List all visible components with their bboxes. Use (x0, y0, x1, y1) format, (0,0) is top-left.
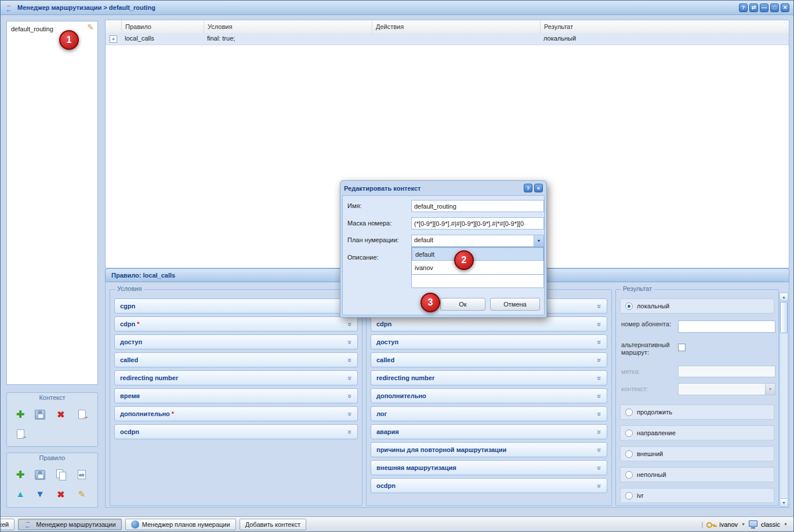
ok-button[interactable]: Ок (440, 298, 485, 311)
chevron-expand-icon[interactable]: » (595, 393, 604, 398)
taskbar-add-context-button[interactable]: Добавить контекст (240, 519, 306, 530)
radio-icon[interactable] (625, 450, 633, 458)
column-conditions[interactable]: Условия (204, 20, 372, 33)
radio-icon[interactable] (625, 303, 633, 310)
result-option-ivr[interactable]: ivr (620, 488, 774, 503)
scroll-up-icon[interactable]: ▲ (780, 293, 788, 301)
dialog-close-button[interactable]: × (534, 184, 543, 192)
taskbar-routing-manager-button[interactable]: Менеджер маршрутизации (18, 519, 121, 530)
action-panel-rerouting-causes[interactable]: причины для повторной маршрутизации» (371, 442, 607, 457)
radio-icon[interactable] (625, 429, 633, 437)
context-export-button[interactable] (74, 407, 89, 422)
chevron-expand-icon[interactable]: » (346, 429, 354, 433)
rule-add-button[interactable]: ✚ (13, 467, 28, 482)
context-add-button[interactable]: ✚ (13, 407, 28, 422)
radio-icon[interactable] (625, 492, 633, 500)
chevron-expand-icon[interactable]: » (595, 376, 604, 380)
context-list-item[interactable]: default_routing (11, 25, 53, 32)
chevron-expand-icon[interactable]: » (595, 429, 604, 433)
dialog-help-button[interactable]: ? (524, 184, 532, 192)
alternative-route-checkbox[interactable] (678, 344, 686, 351)
name-input[interactable] (411, 200, 544, 212)
condition-panel-cgpn[interactable]: cgpn» (114, 298, 358, 314)
user-menu[interactable]: ivanov (719, 521, 738, 528)
column-rule[interactable]: Правило (122, 20, 204, 33)
chevron-expand-icon[interactable]: » (346, 393, 354, 398)
dropdown-option-default[interactable]: default (412, 247, 543, 261)
chevron-expand-icon[interactable]: » (595, 483, 604, 487)
close-button[interactable]: ✕ (781, 3, 789, 12)
condition-panel-additional[interactable]: дополнительно*» (114, 406, 358, 421)
action-panel-ocdpn[interactable]: ocdpn» (371, 478, 607, 493)
chevron-expand-icon[interactable]: » (595, 322, 604, 326)
action-panel-called[interactable]: called» (371, 352, 607, 367)
action-panel-access[interactable]: доступ» (371, 334, 607, 349)
mask-input[interactable] (411, 217, 544, 229)
context-save-button[interactable] (32, 407, 48, 422)
chevron-expand-icon[interactable]: » (346, 358, 354, 362)
result-option-local[interactable]: локальный (620, 298, 774, 314)
chevron-expand-icon[interactable]: » (595, 447, 604, 451)
chevron-down-icon[interactable]: ▼ (534, 235, 543, 246)
chevron-expand-icon[interactable]: » (346, 376, 354, 380)
chevron-expand-icon[interactable]: » (595, 411, 604, 416)
context-import-button[interactable] (13, 427, 28, 442)
row-expand-icon[interactable]: + (110, 35, 117, 43)
help-button[interactable]: ? (739, 3, 748, 12)
condition-panel-called[interactable]: called» (114, 352, 358, 367)
action-panel-cdpn[interactable]: cdpn» (371, 316, 607, 331)
action-panel-redirecting[interactable]: redirecting number» (371, 370, 607, 385)
chevron-expand-icon[interactable]: » (595, 465, 604, 469)
rule-save-button[interactable] (32, 467, 48, 482)
chevron-expand-icon[interactable]: » (346, 322, 354, 326)
action-panel-external-routing[interactable]: внешняя маршрутизация» (371, 460, 607, 475)
numbering-plan-select[interactable]: default ▼ (411, 235, 544, 247)
scrollbar-thumb[interactable] (780, 302, 788, 333)
chevron-expand-icon[interactable]: » (346, 340, 354, 344)
rule-rename-button[interactable] (74, 467, 89, 482)
chevron-down-icon[interactable]: ▼ (784, 522, 788, 526)
rule-move-up-button[interactable]: ▲ (13, 487, 28, 502)
rule-edit-button[interactable]: ✎ (74, 487, 89, 502)
radio-icon[interactable] (625, 409, 633, 416)
column-result[interactable]: Результат (541, 20, 789, 33)
condition-panel-redirecting[interactable]: redirecting number» (114, 370, 358, 385)
dropdown-option-ivanov[interactable]: ivanov (412, 261, 543, 274)
taskbar-numbering-plans-button[interactable]: Менеджер планов нумерации (125, 519, 236, 530)
chevron-expand-icon[interactable]: » (595, 340, 604, 344)
action-panel-additional[interactable]: дополнительно» (371, 388, 607, 403)
action-panel-log[interactable]: лог» (371, 406, 607, 421)
chevron-down-icon[interactable]: ▼ (741, 522, 745, 526)
chevron-expand-icon[interactable]: » (595, 304, 604, 308)
edit-pencil-icon[interactable]: ✎ (87, 23, 94, 32)
scroll-down-icon[interactable]: ▼ (780, 498, 788, 507)
column-actions[interactable]: Действия (372, 20, 541, 33)
minimize-button[interactable]: — (760, 3, 768, 12)
condition-panel-access[interactable]: доступ» (114, 334, 358, 349)
cancel-button[interactable]: Отмена (490, 298, 540, 311)
context-select-value (679, 384, 765, 395)
chevron-expand-icon[interactable]: » (595, 358, 604, 362)
taskbar-cut-button[interactable]: иджей (0, 519, 14, 530)
refresh-button[interactable]: ⇄ (749, 3, 758, 12)
maximize-button[interactable]: □ (770, 3, 779, 12)
subscriber-number-input[interactable] (678, 320, 775, 333)
result-option-external[interactable]: внешний (620, 446, 774, 461)
context-delete-button[interactable]: ✖ (53, 407, 68, 422)
rule-move-down-button[interactable]: ▼ (32, 487, 48, 502)
result-option-continue[interactable]: продолжить (620, 405, 774, 420)
chevron-expand-icon[interactable]: » (346, 411, 354, 416)
theme-select[interactable]: classic (761, 521, 780, 528)
condition-panel-ocdpn[interactable]: ocdpn» (114, 424, 358, 439)
radio-icon[interactable] (625, 471, 633, 479)
rule-copy-button[interactable] (53, 467, 68, 482)
vertical-scrollbar[interactable]: ▲ ▼ (780, 293, 788, 507)
condition-panel-time[interactable]: время» (114, 388, 358, 403)
condition-panel-cdpn[interactable]: cdpn*» (114, 316, 358, 331)
result-option-direction[interactable]: направление (620, 425, 774, 440)
dialog-header: Редактировать контекст ? × (344, 182, 543, 194)
result-option-incomplete[interactable]: неполный (620, 467, 774, 482)
rule-delete-button[interactable]: ✖ (53, 487, 68, 502)
table-row[interactable]: + local_calls final: true; локальный (106, 33, 789, 45)
action-panel-alarm[interactable]: авария» (371, 424, 607, 439)
